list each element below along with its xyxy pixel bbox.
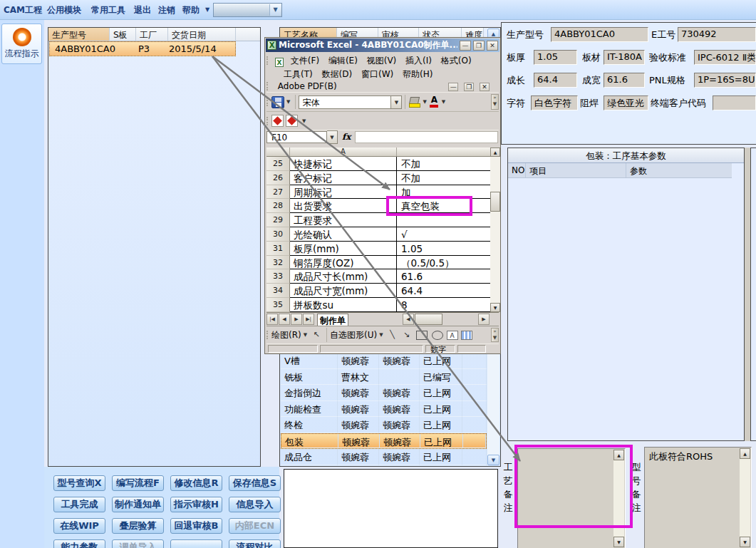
menu-item-common-tools[interactable]: 常用工具 — [91, 0, 125, 20]
hscrollbar-thumb[interactable] — [415, 314, 442, 325]
pkg-col-param[interactable]: 参数 — [626, 163, 732, 177]
workbook-close-button[interactable]: ✕ — [480, 83, 490, 91]
scroll-up-icon[interactable]: ▲ — [490, 148, 500, 157]
arrow-icon[interactable]: ↘ — [401, 329, 413, 341]
param-field-standard[interactable]: IPC-6012 Ⅱ类 — [694, 50, 756, 65]
scroll-down-icon[interactable]: ▼ — [613, 537, 624, 547]
btn-order-import[interactable]: 调单导入 — [112, 539, 164, 548]
col-header-sboard[interactable]: S板 — [110, 28, 136, 41]
menu-file[interactable]: 文件(F) — [291, 56, 319, 66]
scrollbar-thumb[interactable] — [490, 192, 500, 212]
autoshapes-menu[interactable]: 自选图形(U) — [330, 329, 377, 341]
pdf-email-icon[interactable] — [286, 115, 298, 127]
param-field-pnl[interactable]: 1P=16S=8U — [694, 73, 756, 88]
scroll-down-icon[interactable]: ▼ — [487, 455, 499, 465]
process-row-goldfinger[interactable]: 金指倒边顿婉蓉顿婉蓉已上网 — [281, 385, 487, 401]
grid-vscrollbar[interactable]: ▲ ▼ — [490, 148, 500, 312]
formula-input[interactable] — [355, 131, 498, 143]
btn-flow-compare[interactable]: 流程对比 — [229, 539, 281, 548]
btn-modify-info[interactable]: 修改信息R — [170, 475, 222, 491]
param-field-model[interactable]: 4ABBY01CA0 — [551, 27, 648, 42]
col-header-factory[interactable]: 工厂 — [136, 28, 168, 41]
grid-col-b-header[interactable] — [397, 148, 490, 157]
menu-edit[interactable]: 编辑(E) — [328, 56, 358, 66]
font-dropdown-icon[interactable]: ▼ — [391, 95, 402, 109]
menu-insert[interactable]: 插入(I) — [405, 56, 432, 66]
flow-indicator-button[interactable]: 流程指示 — [1, 24, 42, 64]
pdf-convert-icon[interactable] — [271, 115, 284, 127]
oval-icon[interactable] — [432, 331, 443, 340]
pkg-col-item[interactable]: 项目 — [526, 163, 626, 177]
scroll-up-icon[interactable]: ▲ — [740, 448, 750, 459]
menu-item-help[interactable]: 帮助 — [182, 0, 200, 20]
excel-minimize-button[interactable]: — — [460, 41, 471, 51]
btn-tool-done[interactable]: 工具完成 — [53, 497, 105, 512]
btn-model-query[interactable]: 型号查询X — [53, 475, 105, 491]
workbook-minimize-button[interactable]: — — [448, 83, 458, 91]
menu-item-logout[interactable]: 注销 — [158, 0, 175, 20]
param-field-thickness[interactable]: 1.05 — [534, 50, 577, 65]
toolbar-overflow-icon[interactable]: »▼ — [491, 94, 499, 110]
menu-tools[interactable]: 工具(T) — [284, 69, 313, 79]
grid-col-a-header[interactable]: A — [290, 148, 397, 157]
param-field-soldermask[interactable]: 绿色亚光 — [604, 95, 648, 110]
process-row-packaging-selected[interactable]: 包装顿婉蓉顿婉蓉已上网 — [281, 433, 487, 450]
excel-titlebar[interactable]: X Microsoft Excel - 4ABBY01CA0制作单... — ❐… — [266, 38, 499, 52]
menu-item-cam-project[interactable]: CAM工程 — [4, 0, 42, 20]
param-field-material[interactable]: IT-180A — [604, 50, 645, 65]
btn-info-import[interactable]: 信息导入 — [229, 497, 281, 512]
col-header-delivery[interactable]: 交货日期 — [168, 28, 236, 41]
save-icon[interactable] — [271, 96, 284, 108]
menu-view[interactable]: 视图(V) — [367, 56, 397, 66]
menu-dropdown-arrow-icon[interactable]: ▼ — [205, 0, 209, 20]
process-row-vgroove[interactable]: V槽顿婉蓉顿婉蓉已上网 — [281, 353, 487, 369]
scroll-down-icon[interactable]: ▼ — [490, 303, 500, 312]
excel-maximize-button[interactable]: ❐ — [473, 41, 485, 51]
font-name-box[interactable]: 宋体 — [299, 95, 391, 109]
line-icon[interactable]: ╲ — [387, 329, 398, 341]
fill-color-icon[interactable] — [408, 96, 420, 108]
tab-prev-icon[interactable]: ◀ — [279, 314, 290, 325]
production-row-selected[interactable]: 4ABBY01CA0 P3 2015/5/14 — [49, 41, 236, 56]
btn-save-info[interactable]: 保存信息S — [229, 475, 281, 491]
param-field-eno[interactable]: 730492 — [678, 27, 756, 42]
columns-icon[interactable] — [461, 331, 472, 340]
draw-menu[interactable]: 绘图(R) — [271, 329, 301, 341]
scroll-down-icon[interactable]: ▼ — [740, 537, 750, 547]
menu-data[interactable]: 数据(D) — [322, 69, 353, 79]
font-color-icon[interactable]: A — [429, 96, 440, 108]
tab-first-icon[interactable]: |◀ — [266, 314, 278, 325]
btn-blank[interactable] — [170, 539, 222, 548]
process-row-milling[interactable]: 铣板曹林文已编写 — [281, 369, 487, 386]
model-notes-scrollbar[interactable]: ▲ ▼ — [740, 448, 750, 547]
model-notes-textarea[interactable]: 此板符合ROHS ▲ ▼ — [644, 447, 752, 548]
namebox-dropdown-icon[interactable]: ▼ — [327, 130, 338, 144]
param-field-length[interactable]: 64.4 — [534, 73, 577, 88]
btn-write-flow[interactable]: 编写流程F — [112, 475, 164, 491]
param-field-legend[interactable]: 白色字符 — [531, 95, 578, 110]
btn-internal-ecn[interactable]: 内部ECN — [229, 518, 281, 534]
param-field-width[interactable]: 61.6 — [604, 73, 645, 88]
btn-online-wip[interactable]: 在线WIP — [53, 518, 105, 534]
pkg-col-no[interactable]: NO — [508, 163, 526, 177]
tab-next-icon[interactable]: ▶ — [291, 314, 302, 325]
rectangle-icon[interactable] — [416, 331, 428, 340]
process-row-function-check[interactable]: 功能检查顿婉蓉顿婉蓉已上网 — [281, 401, 487, 418]
btn-make-notice[interactable]: 制作通知单 — [112, 497, 164, 512]
menu-format[interactable]: 格式(O) — [441, 56, 472, 66]
menu-item-exit[interactable]: 退出 — [134, 0, 151, 20]
process-row-warehouse[interactable]: 成品仓顿婉蓉顿婉蓉已上网 — [281, 449, 487, 465]
grid-corner[interactable] — [266, 148, 290, 157]
fx-icon[interactable]: fx — [342, 132, 351, 142]
menu-help[interactable]: 帮助(H) — [403, 69, 433, 79]
excel-close-button[interactable]: ✕ — [487, 41, 498, 51]
select-pointer-icon[interactable]: ↖ — [311, 329, 322, 341]
col-header-model[interactable]: 生产型号 — [48, 28, 110, 41]
hscroll-left-icon[interactable]: ◀ — [403, 314, 414, 325]
btn-stack-check[interactable]: 叠层验算 — [112, 518, 164, 534]
drawbar-overflow-icon[interactable]: »▼ — [491, 328, 499, 342]
cell-name-box[interactable]: F10 — [266, 131, 327, 143]
process-row-final-inspection[interactable]: 终检顿婉蓉顿婉蓉已上网 — [281, 417, 487, 433]
btn-rollback-audit[interactable]: 回退审核B — [170, 518, 222, 534]
textbox-icon[interactable]: A — [447, 331, 458, 340]
